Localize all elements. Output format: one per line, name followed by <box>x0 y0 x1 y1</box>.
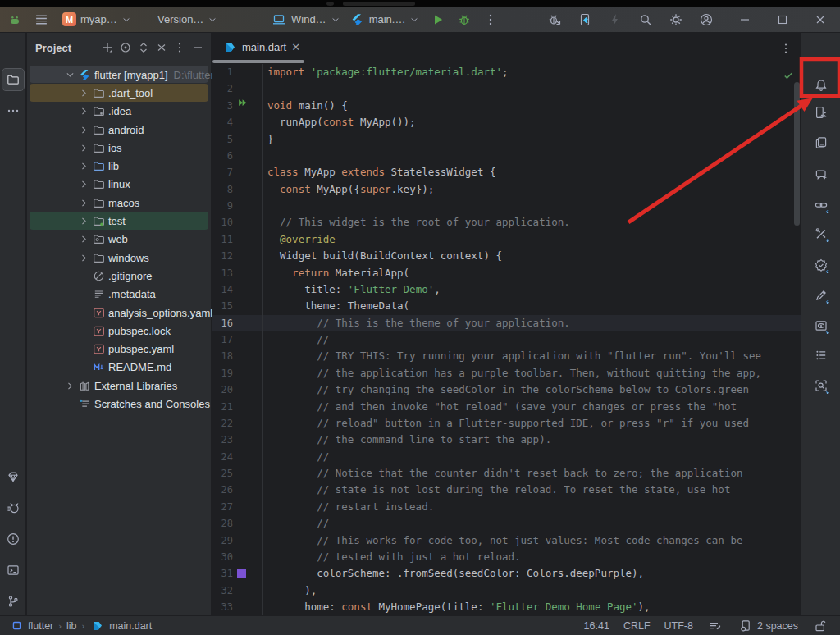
chevron-right-icon[interactable] <box>77 88 90 98</box>
line-number[interactable]: 30 <box>212 549 233 565</box>
code-editor[interactable]: 1import 'package:flutter/material.dart';… <box>212 64 801 615</box>
run-configuration[interactable]: main.… <box>345 11 423 28</box>
flutter-quality-icon[interactable] <box>810 254 833 276</box>
line-number[interactable]: 10 <box>212 214 233 231</box>
line-number[interactable]: 27 <box>212 499 233 515</box>
line-number[interactable]: 24 <box>212 449 233 465</box>
chevron-down-icon[interactable] <box>63 70 76 80</box>
chevron-right-icon[interactable] <box>77 106 90 116</box>
dart-analysis-icon[interactable] <box>2 466 24 487</box>
line-number[interactable]: 25 <box>212 465 233 482</box>
editor-more-options-icon[interactable] <box>778 40 794 57</box>
line-number[interactable]: 33 <box>212 599 233 615</box>
line-number[interactable]: 23 <box>212 432 233 448</box>
line-number[interactable]: 26 <box>212 482 233 498</box>
line-number[interactable]: 7 <box>212 164 233 180</box>
version-control-icon[interactable] <box>2 591 24 612</box>
flutter-inspector-icon[interactable] <box>810 374 833 397</box>
maximize[interactable] <box>774 11 791 28</box>
tree-item--idea[interactable]: .idea <box>27 103 211 121</box>
line-number[interactable]: 28 <box>212 515 233 532</box>
notifications-bell-icon[interactable] <box>810 74 833 97</box>
line-number[interactable]: 5 <box>212 131 233 148</box>
chevron-right-icon[interactable] <box>77 234 90 244</box>
line-separator-widget[interactable]: CRLF <box>623 620 651 632</box>
line-number[interactable]: 14 <box>212 281 233 298</box>
tree-item-external-libraries[interactable]: External Libraries <box>27 377 211 395</box>
tree-item-macos[interactable]: macos <box>27 194 211 212</box>
profiler-lightning-icon[interactable] <box>607 11 623 28</box>
chevron-right-icon[interactable] <box>77 125 90 135</box>
line-number[interactable]: 3 <box>212 98 233 114</box>
line-number[interactable]: 29 <box>212 532 233 549</box>
line-number[interactable]: 12 <box>212 248 233 264</box>
chevron-right-icon[interactable] <box>77 253 90 263</box>
debug-button[interactable] <box>456 11 472 28</box>
expand-selection-icon[interactable] <box>135 39 152 56</box>
tree-item-pubspec-lock[interactable]: pubspec.lock <box>27 322 211 340</box>
chevron-right-icon[interactable] <box>77 161 90 171</box>
color-preview-swatch[interactable] <box>237 569 246 578</box>
line-number[interactable]: 17 <box>212 331 233 348</box>
tree-item-android[interactable]: android <box>27 121 211 139</box>
project-widget[interactable]: M myap… <box>59 11 135 28</box>
flutter-outline-icon[interactable] <box>810 284 833 307</box>
encoding-widget[interactable]: UTF-8 <box>664 620 693 632</box>
tree-item-linux[interactable]: linux <box>27 176 211 194</box>
line-number[interactable]: 15 <box>212 298 233 314</box>
line-number[interactable]: 20 <box>212 381 233 398</box>
line-number[interactable]: 9 <box>212 198 233 214</box>
more-vert-icon[interactable] <box>171 39 188 56</box>
settings-gear-icon[interactable] <box>668 11 684 28</box>
vcs-widget[interactable]: Version… <box>154 11 221 28</box>
tree-item-web[interactable]: web <box>27 231 211 249</box>
editor-area[interactable]: main.dart ✕ 1import 'package:flutter/mat… <box>212 33 801 615</box>
project-folder-icon[interactable] <box>2 69 24 90</box>
terminal-icon[interactable] <box>2 560 24 581</box>
tree-item--metadata[interactable]: .metadata <box>27 286 211 304</box>
logcat-icon[interactable] <box>2 497 24 519</box>
tab-main-dart[interactable]: main.dart ✕ <box>212 33 304 62</box>
indent-widget[interactable]: 2 spaces <box>737 618 798 634</box>
line-number[interactable]: 31 <box>212 565 233 582</box>
line-number[interactable]: 19 <box>212 365 233 381</box>
chevron-right-icon[interactable] <box>77 198 90 208</box>
breadcrumb-item-main-dart[interactable]: main.dart <box>89 618 152 634</box>
breadcrumb-item-flutter[interactable]: flutter <box>8 618 53 634</box>
line-number[interactable]: 13 <box>212 265 233 281</box>
line-number[interactable]: 2 <box>212 80 233 97</box>
line-number[interactable]: 18 <box>212 348 233 364</box>
more-tool-windows-icon[interactable] <box>2 100 24 121</box>
collapse-all-icon[interactable] <box>153 39 170 56</box>
unlock-icon[interactable] <box>812 618 829 634</box>
structure-icon[interactable] <box>810 344 833 367</box>
attach-debugger-icon[interactable] <box>546 11 563 28</box>
running-devices-icon[interactable] <box>810 101 833 124</box>
line-number[interactable]: 22 <box>212 415 233 432</box>
tree-item-flutter-myapp1-[interactable]: flutter [myapp1]D:\flutter <box>27 66 211 84</box>
line-number[interactable]: 21 <box>212 399 233 415</box>
device-selector[interactable]: Wind… <box>267 11 344 28</box>
deep-links-icon[interactable] <box>810 194 833 217</box>
line-number[interactable]: 8 <box>212 181 233 198</box>
search-icon[interactable] <box>637 11 654 28</box>
locate-target-icon[interactable] <box>117 39 134 56</box>
tree-item-ios[interactable]: ios <box>27 139 211 157</box>
line-number[interactable]: 1 <box>212 64 233 80</box>
caret-position-widget[interactable]: 16:41 <box>584 620 609 632</box>
run-line-icon[interactable] <box>237 98 249 114</box>
breadcrumb-item-lib[interactable]: lib <box>66 620 77 632</box>
flutter-preview-icon[interactable] <box>810 314 833 337</box>
add-plus-icon[interactable] <box>99 39 116 56</box>
line-number[interactable]: 11 <box>212 231 233 248</box>
chevron-right-icon[interactable] <box>77 216 90 226</box>
chevron-right-icon[interactable] <box>77 179 90 190</box>
chevron-right-icon[interactable] <box>77 143 90 153</box>
minimize[interactable] <box>737 11 753 28</box>
close[interactable] <box>812 11 829 28</box>
format-indent-icon[interactable] <box>707 618 724 634</box>
chevron-right-icon[interactable] <box>63 381 76 391</box>
tree-item-pubspec-yaml[interactable]: pubspec.yaml <box>27 340 211 358</box>
problems-icon[interactable] <box>2 528 24 550</box>
tree-item-readme-md[interactable]: README.md <box>27 359 211 377</box>
